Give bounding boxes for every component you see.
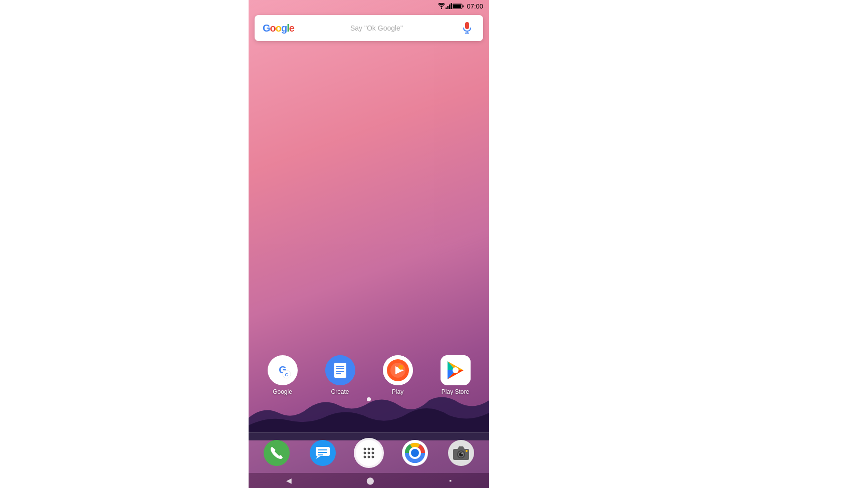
app-row: G G Google Crea bbox=[249, 355, 489, 395]
svg-rect-3 bbox=[449, 5, 451, 9]
create-app-label: Create bbox=[331, 388, 349, 395]
search-prompt: Say "Ok Google" bbox=[294, 24, 459, 32]
chrome-icon bbox=[400, 438, 430, 468]
svg-point-0 bbox=[441, 8, 442, 9]
svg-rect-4 bbox=[451, 3, 453, 9]
mic-button[interactable] bbox=[459, 20, 475, 36]
app-create[interactable]: Create bbox=[320, 355, 360, 395]
svg-rect-7 bbox=[463, 5, 464, 7]
app-play[interactable]: Play bbox=[378, 355, 418, 395]
dock-chrome[interactable] bbox=[395, 438, 435, 468]
dock bbox=[249, 432, 489, 473]
dock-messages[interactable] bbox=[303, 438, 343, 468]
playstore-icon bbox=[441, 355, 471, 385]
messages-icon bbox=[308, 438, 338, 468]
svg-point-40 bbox=[372, 448, 374, 450]
svg-point-45 bbox=[368, 456, 370, 458]
page-indicator bbox=[249, 397, 489, 401]
svg-rect-8 bbox=[465, 22, 469, 29]
status-time: 07:00 bbox=[467, 3, 483, 10]
app-playstore[interactable]: Play Store bbox=[436, 355, 476, 395]
google-search-bar[interactable]: Google Say "Ok Google" bbox=[255, 15, 483, 41]
wifi-icon bbox=[438, 3, 446, 9]
svg-text:G: G bbox=[285, 372, 288, 377]
play-music-icon bbox=[383, 355, 413, 385]
google-app-label: Google bbox=[273, 388, 292, 395]
svg-rect-6 bbox=[453, 5, 461, 8]
svg-point-42 bbox=[368, 452, 370, 454]
svg-point-38 bbox=[364, 448, 366, 450]
phone-icon bbox=[262, 438, 292, 468]
create-icon bbox=[325, 355, 355, 385]
nav-back[interactable]: ◀ bbox=[286, 476, 292, 484]
nav-recents[interactable]: ▪ bbox=[449, 476, 452, 484]
svg-point-44 bbox=[364, 456, 366, 458]
nav-bar: ◀ ⬤ ▪ bbox=[249, 473, 489, 488]
svg-point-43 bbox=[372, 452, 374, 454]
svg-rect-2 bbox=[448, 6, 449, 9]
svg-rect-16 bbox=[334, 363, 346, 378]
google-icon: G G bbox=[268, 355, 298, 385]
svg-point-39 bbox=[368, 448, 370, 450]
status-bar: 07:00 bbox=[249, 0, 489, 12]
signal-icon bbox=[446, 3, 453, 9]
svg-point-50 bbox=[411, 449, 419, 457]
battery-icon bbox=[453, 4, 464, 9]
app-google[interactable]: G G Google bbox=[263, 355, 303, 395]
svg-point-57 bbox=[466, 450, 468, 452]
nav-home[interactable]: ⬤ bbox=[366, 476, 374, 484]
svg-point-25 bbox=[398, 365, 403, 370]
playstore-app-label: Play Store bbox=[442, 388, 469, 395]
play-app-label: Play bbox=[392, 388, 403, 395]
phone-frame: 07:00 Google Say "Ok Google" G bbox=[249, 0, 489, 488]
camera-icon bbox=[446, 438, 476, 468]
dock-phone[interactable] bbox=[257, 438, 297, 468]
launcher-icon bbox=[354, 438, 384, 468]
svg-point-56 bbox=[462, 453, 463, 454]
svg-point-46 bbox=[372, 456, 374, 458]
page-dot-active bbox=[367, 397, 371, 401]
svg-rect-1 bbox=[446, 8, 447, 9]
google-logo: Google bbox=[263, 23, 294, 34]
svg-point-41 bbox=[364, 452, 366, 454]
svg-point-30 bbox=[264, 440, 290, 466]
dock-camera[interactable] bbox=[441, 438, 481, 468]
dock-launcher[interactable] bbox=[349, 438, 389, 468]
